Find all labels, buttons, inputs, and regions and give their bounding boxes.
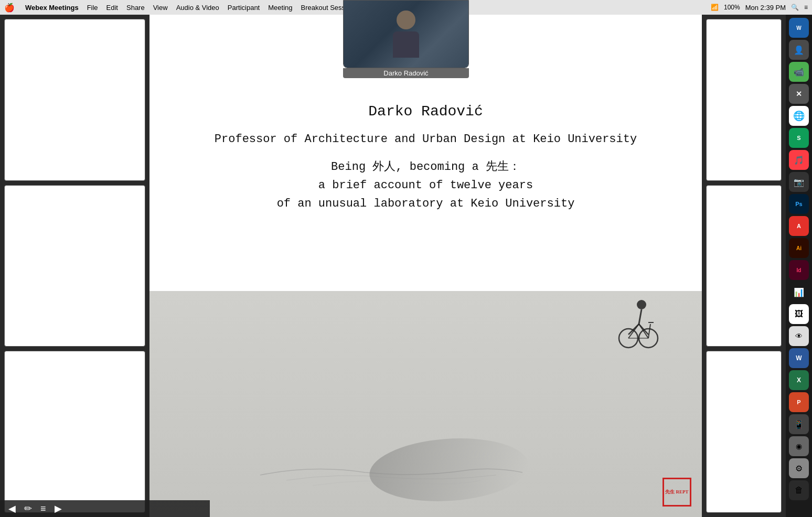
slide-presenter-name: Darko Radović [368,103,483,120]
photos-icon[interactable]: 🖼 [789,304,809,324]
preview-icon[interactable]: 👁 [789,326,809,346]
excel-icon[interactable]: X [789,370,809,390]
list-button[interactable]: ≡ [40,503,46,514]
slide-painting: 先生 REPT [149,291,702,517]
person-silhouette [390,10,422,58]
video-preview [343,0,469,68]
itunes-icon[interactable]: 🎵 [789,150,809,170]
menu-share[interactable]: Share [126,4,145,12]
siri-icon[interactable]: ◉ [789,436,809,456]
acrobat-icon[interactable]: A [789,216,809,236]
facetime-icon[interactable]: 📹 [789,62,809,82]
slide-talk-line2: a brief account of twelve years [318,176,533,195]
thumbnail-2[interactable] [4,185,145,347]
bicycle-svg [613,295,663,353]
svg-line-7 [639,324,648,338]
battery-icon: 100% [724,4,740,11]
indesign-icon[interactable]: Id [789,260,809,280]
trash-icon[interactable]: 🗑 [789,480,809,500]
menu-audio-video[interactable]: Audio & Video [176,4,219,12]
sheets-icon[interactable]: S [789,128,809,148]
contacts-icon[interactable]: 👤 [789,40,809,60]
search-icon[interactable]: 🔍 [791,4,799,11]
dock-panel: W 👤 📹 ✕ 🌐 S 🎵 📷 Ps A Ai Id 📊 🖼 👁 W X P 📱… [786,15,812,517]
svg-line-9 [648,324,650,338]
person-body [393,31,419,58]
main-layout: Darko Radović Professor of Architecture … [0,15,812,517]
slide-talk-line1: Being 外人, becoming a 先生： [331,158,520,176]
powerpoint-icon[interactable]: P [789,392,809,412]
camera-icon[interactable]: 📷 [789,172,809,192]
control-center-icon[interactable]: ≡ [804,4,808,11]
back-button[interactable]: ◀ [8,503,16,514]
menu-file[interactable]: File [87,4,98,12]
svg-point-0 [637,300,646,309]
close-x-icon[interactable]: ✕ [789,84,809,104]
app-name[interactable]: Webex Meetings [25,4,79,12]
app1-icon[interactable]: 📱 [789,414,809,434]
menu-meeting[interactable]: Meeting [268,4,292,12]
right-thumbnail-2[interactable] [706,185,782,347]
slide-talk-line3: of an unusual laboratory at Keio Univers… [277,195,575,213]
forward-button[interactable]: ▶ [55,503,62,514]
right-thumbnail-3[interactable] [706,351,782,513]
chrome-icon[interactable]: 🌐 [789,106,809,126]
svg-line-1 [639,309,642,324]
ink-strokes [260,444,522,496]
right-thumbnail-panel [702,15,786,517]
red-stamp: 先生 REPT [663,478,691,507]
menu-view[interactable]: View [153,4,168,12]
word-icon[interactable]: W [789,348,809,368]
left-thumbnail-panel [0,15,149,517]
slide-panel: Darko Radović Professor of Architecture … [149,15,702,517]
video-preview-container: Darko Radović [343,0,469,78]
webex-icon[interactable]: W [789,18,809,38]
bottom-toolbar: ◀ ✏ ≡ ▶ [0,500,210,517]
menubar-right: 📶 100% Mon 2:39 PM 🔍 ≡ [711,4,808,12]
numbers-icon[interactable]: 📊 [789,282,809,302]
right-thumbnail-1[interactable] [706,19,782,181]
illustrator-icon[interactable]: Ai [789,238,809,258]
slide-image-area: 先生 REPT [149,291,702,517]
clock: Mon 2:39 PM [745,4,786,12]
menu-participant[interactable]: Participant [228,4,260,12]
menu-edit[interactable]: Edit [106,4,118,12]
photoshop-icon[interactable]: Ps [789,194,809,214]
video-bg [344,1,468,68]
participant-name: Darko Radović [343,68,469,78]
apple-menu[interactable]: 🍎 [4,3,15,13]
thumbnail-1[interactable] [4,19,145,181]
settings-icon[interactable]: ⚙ [789,458,809,478]
thumbnail-3[interactable] [4,351,145,513]
person-head [397,10,415,29]
edit-button[interactable]: ✏ [24,503,32,514]
slide-presenter-title: Professor of Architecture and Urban Desi… [215,130,637,148]
wifi-icon: 📶 [711,4,719,11]
